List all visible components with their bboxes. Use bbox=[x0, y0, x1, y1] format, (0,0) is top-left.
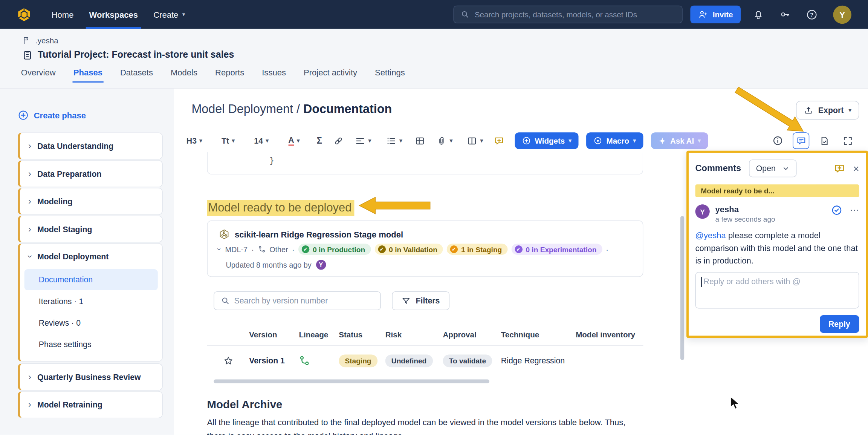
tab-overview[interactable]: Overview bbox=[20, 67, 57, 83]
chevron-down-icon bbox=[782, 165, 790, 172]
sidebar-item-model-retraining[interactable]: › Model Retraining bbox=[18, 391, 163, 418]
version-search[interactable] bbox=[214, 291, 381, 310]
caret-down-icon: ▾ bbox=[569, 138, 572, 144]
caret-down-icon: ▾ bbox=[232, 138, 234, 144]
macro-icon bbox=[594, 136, 603, 145]
chevron-right-icon: › bbox=[28, 141, 31, 150]
horizontal-scrollbar[interactable] bbox=[214, 380, 489, 383]
sidebar-item-iterations[interactable]: Iterations · 1 bbox=[24, 291, 158, 312]
check-icon: ✓ bbox=[378, 245, 386, 253]
version-link[interactable]: Version 1 bbox=[249, 356, 285, 365]
funnel-icon bbox=[401, 296, 411, 305]
search-icon bbox=[221, 296, 230, 305]
badge-staging: ✓ 1 in Staging bbox=[447, 244, 507, 255]
version-search-input[interactable] bbox=[234, 296, 374, 305]
tab-models[interactable]: Models bbox=[170, 67, 199, 83]
resolve-check-icon[interactable] bbox=[831, 204, 843, 216]
global-search-input[interactable] bbox=[475, 10, 675, 19]
badge-production: ✓ 0 in Production bbox=[298, 244, 371, 255]
fullscreen-icon[interactable] bbox=[839, 132, 856, 149]
new-comment-icon[interactable] bbox=[834, 162, 845, 174]
chevron-right-icon: › bbox=[28, 225, 31, 234]
notifications-bell-icon[interactable] bbox=[753, 9, 764, 20]
text-color-dropdown[interactable]: A ▾ bbox=[278, 132, 310, 149]
caret-down-icon: ▾ bbox=[849, 107, 851, 113]
vertical-scrollbar[interactable] bbox=[680, 216, 684, 360]
sidebar-item-model-staging[interactable]: › Model Staging bbox=[18, 216, 163, 243]
tab-issues[interactable]: Issues bbox=[261, 67, 287, 83]
link-icon[interactable] bbox=[329, 132, 348, 149]
nav-item-workspaces[interactable]: Workspaces bbox=[89, 0, 138, 29]
comment-quote-highlight[interactable]: Model ready to be d... bbox=[695, 184, 859, 197]
star-icon[interactable] bbox=[223, 355, 233, 366]
create-phase-button[interactable]: Create phase bbox=[18, 110, 163, 121]
collapse-caret-icon[interactable]: › bbox=[216, 248, 224, 251]
comments-panel: Comments Open × Model ready to be d... Y… bbox=[686, 151, 868, 338]
tab-phases[interactable]: Phases bbox=[72, 67, 104, 83]
text-style-dropdown[interactable]: Tt ▾ bbox=[211, 132, 245, 149]
ask-ai-button[interactable]: Ask AI ▾ bbox=[651, 132, 708, 149]
comments-filter-dropdown[interactable]: Open bbox=[749, 159, 797, 177]
reply-button[interactable]: Reply bbox=[819, 315, 859, 333]
lineage-icon[interactable] bbox=[299, 355, 339, 366]
help-icon[interactable]: ? bbox=[806, 9, 818, 20]
doc-check-icon[interactable] bbox=[816, 132, 833, 149]
badge-validation: ✓ 0 in Validation bbox=[374, 244, 443, 255]
api-key-icon[interactable] bbox=[779, 9, 790, 20]
macro-button[interactable]: Macro ▾ bbox=[587, 132, 643, 149]
comment-timestamp: a few seconds ago bbox=[715, 215, 775, 223]
sidebar-item-data-understanding[interactable]: › Data Understanding bbox=[18, 132, 163, 159]
caret-down-icon: ▾ bbox=[450, 138, 452, 144]
sidebar-item-data-preparation[interactable]: › Data Preparation bbox=[18, 160, 163, 187]
layout-columns-dropdown[interactable]: ▾ bbox=[460, 132, 491, 149]
comment-body: @yesha please complete a model compariso… bbox=[695, 229, 859, 267]
chevron-right-icon: › bbox=[28, 197, 31, 206]
tab-settings[interactable]: Settings bbox=[374, 67, 406, 83]
table-header-row: Version Lineage Status Risk Approval Tec… bbox=[207, 323, 643, 346]
font-size-dropdown[interactable]: 14 ▾ bbox=[245, 132, 278, 149]
tab-project-activity[interactable]: Project activity bbox=[303, 67, 358, 83]
export-button[interactable]: Export ▾ bbox=[796, 101, 859, 119]
sidebar-item-phase-settings[interactable]: Phase settings bbox=[24, 334, 158, 355]
sidebar-item-quarterly-business-review[interactable]: › Quarterly Business Review bbox=[18, 363, 163, 391]
attachment-dropdown[interactable]: ▾ bbox=[429, 132, 459, 149]
close-icon[interactable]: × bbox=[853, 163, 859, 174]
project-title-row: Tutorial Project: Forecast in-store unit… bbox=[22, 49, 868, 60]
caret-down-icon: ▾ bbox=[182, 12, 185, 17]
sidebar-item-reviews[interactable]: Reviews · 0 bbox=[24, 312, 158, 334]
add-comment-icon[interactable] bbox=[491, 132, 507, 149]
reply-input-wrap bbox=[695, 272, 859, 311]
highlighted-heading[interactable]: Model ready to be deployed bbox=[207, 200, 355, 216]
check-icon: ✓ bbox=[515, 245, 523, 253]
heading-style-dropdown[interactable]: H3 ▾ bbox=[177, 132, 211, 149]
nav-item-create[interactable]: Create ▾ bbox=[153, 0, 185, 29]
table-icon[interactable] bbox=[410, 132, 429, 149]
tab-datasets[interactable]: Datasets bbox=[119, 67, 154, 83]
project-owner: .yesha bbox=[22, 36, 868, 45]
align-dropdown[interactable]: ▾ bbox=[348, 132, 379, 149]
widgets-button[interactable]: Widgets ▾ bbox=[515, 132, 579, 149]
mention-link[interactable]: @yesha bbox=[695, 230, 726, 240]
list-dropdown[interactable]: ▾ bbox=[379, 132, 410, 149]
more-options-icon[interactable]: ⋯ bbox=[850, 205, 859, 215]
formula-icon[interactable]: Σ bbox=[310, 132, 329, 149]
app-logo-icon[interactable] bbox=[17, 7, 32, 22]
search-icon bbox=[461, 10, 470, 19]
export-icon bbox=[804, 106, 813, 115]
global-search[interactable] bbox=[454, 6, 683, 23]
sidebar-item-documentation[interactable]: Documentation bbox=[24, 269, 158, 290]
filters-button[interactable]: Filters bbox=[392, 291, 449, 310]
info-icon[interactable] bbox=[769, 132, 786, 149]
sidebar-item-model-deployment-header[interactable]: › Model Deployment bbox=[24, 244, 158, 270]
nav-item-home[interactable]: Home bbox=[52, 0, 74, 29]
badge-experimentation: ✓ 0 in Experimentation bbox=[511, 244, 602, 255]
comments-toggle-icon[interactable] bbox=[793, 132, 809, 149]
svg-text:?: ? bbox=[810, 12, 813, 18]
invite-button[interactable]: Invite bbox=[691, 6, 741, 23]
tab-reports[interactable]: Reports bbox=[214, 67, 245, 83]
reply-input[interactable] bbox=[695, 272, 859, 308]
user-avatar[interactable]: Y bbox=[833, 5, 851, 23]
archive-heading: Model Archive bbox=[207, 398, 868, 411]
project-header: .yesha Tutorial Project: Forecast in-sto… bbox=[0, 29, 868, 89]
sidebar-item-modeling[interactable]: › Modeling bbox=[18, 188, 163, 215]
